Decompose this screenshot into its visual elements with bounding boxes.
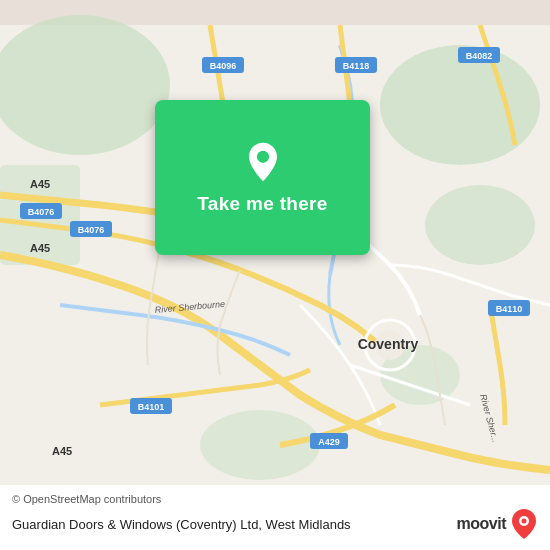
- svg-text:A45: A45: [30, 178, 50, 190]
- svg-text:A45: A45: [30, 242, 50, 254]
- moovit-text: moovit: [457, 515, 506, 533]
- moovit-pin-icon: [510, 508, 538, 540]
- copyright-text: © OpenStreetMap contributors: [12, 493, 538, 505]
- svg-text:B4082: B4082: [466, 51, 493, 61]
- moovit-logo: moovit: [457, 508, 538, 540]
- svg-text:Coventry: Coventry: [358, 336, 419, 352]
- svg-point-32: [256, 150, 268, 162]
- svg-text:B4096: B4096: [210, 61, 237, 71]
- location-name: Guardian Doors & Windows (Coventry) Ltd,…: [12, 517, 351, 532]
- take-me-there-card[interactable]: Take me there: [155, 100, 370, 255]
- svg-text:B4076: B4076: [78, 225, 105, 235]
- svg-point-6: [200, 410, 320, 480]
- map-container: B4076 B4076 B4096 B4118 B4082 A45 A45 A4…: [0, 0, 550, 550]
- location-info-row: Guardian Doors & Windows (Coventry) Ltd,…: [12, 508, 538, 540]
- svg-text:B4110: B4110: [496, 304, 523, 314]
- svg-text:B4076: B4076: [28, 207, 55, 217]
- svg-point-34: [522, 519, 527, 524]
- take-me-there-label: Take me there: [197, 193, 327, 215]
- svg-text:A429: A429: [318, 437, 340, 447]
- svg-point-3: [425, 185, 535, 265]
- bottom-bar: © OpenStreetMap contributors Guardian Do…: [0, 485, 550, 550]
- map-background: B4076 B4076 B4096 B4118 B4082 A45 A45 A4…: [0, 0, 550, 550]
- location-pin-icon: [242, 141, 284, 183]
- svg-text:B4101: B4101: [138, 402, 165, 412]
- svg-text:A45: A45: [52, 445, 72, 457]
- svg-text:B4118: B4118: [343, 61, 370, 71]
- svg-point-2: [380, 45, 540, 165]
